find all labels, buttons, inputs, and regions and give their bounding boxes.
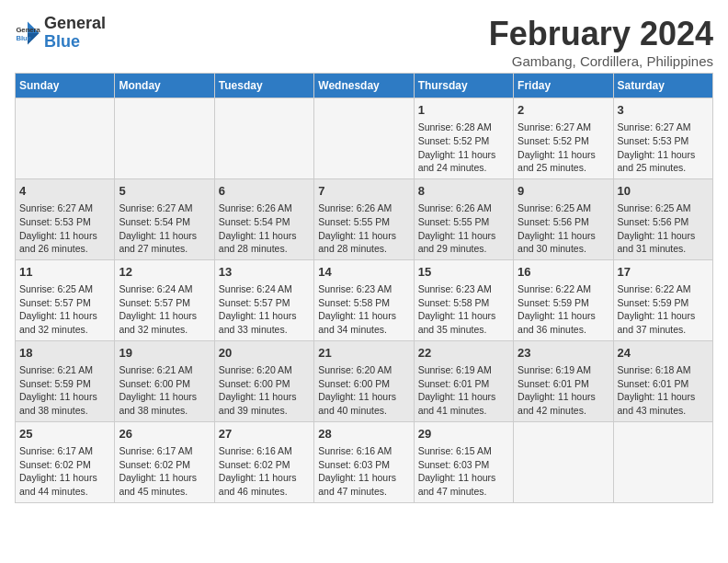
calendar-week-row: 25Sunrise: 6:17 AM Sunset: 6:02 PM Dayli… (16, 421, 713, 502)
day-info: Sunrise: 6:26 AM Sunset: 5:55 PM Dayligh… (318, 201, 409, 256)
subtitle: Gambang, Cordillera, Philippines (489, 53, 713, 69)
day-info: Sunrise: 6:15 AM Sunset: 6:03 PM Dayligh… (418, 444, 509, 499)
day-info: Sunrise: 6:23 AM Sunset: 5:58 PM Dayligh… (418, 282, 509, 337)
calendar-cell (16, 98, 115, 179)
calendar-cell: 1Sunrise: 6:28 AM Sunset: 5:52 PM Daylig… (414, 98, 513, 179)
calendar-cell: 8Sunrise: 6:26 AM Sunset: 5:55 PM Daylig… (414, 178, 513, 259)
day-number: 3 (618, 102, 709, 119)
day-number: 21 (318, 345, 409, 362)
calendar-table: SundayMondayTuesdayWednesdayThursdayFrid… (15, 73, 713, 503)
calendar-cell: 4Sunrise: 6:27 AM Sunset: 5:53 PM Daylig… (16, 178, 115, 259)
calendar-cell: 20Sunrise: 6:20 AM Sunset: 6:00 PM Dayli… (214, 340, 313, 421)
weekday-header: Monday (115, 74, 214, 98)
calendar-cell: 21Sunrise: 6:20 AM Sunset: 6:00 PM Dayli… (314, 340, 414, 421)
day-number: 20 (219, 345, 310, 362)
day-info: Sunrise: 6:24 AM Sunset: 5:57 PM Dayligh… (119, 282, 210, 337)
calendar-cell: 16Sunrise: 6:22 AM Sunset: 5:59 PM Dayli… (514, 259, 613, 340)
calendar-cell: 12Sunrise: 6:24 AM Sunset: 5:57 PM Dayli… (115, 259, 214, 340)
title-block: February 2024 Gambang, Cordillera, Phili… (489, 15, 713, 69)
day-number: 28 (318, 426, 409, 442)
calendar-cell: 19Sunrise: 6:21 AM Sunset: 6:00 PM Dayli… (115, 340, 214, 421)
logo-icon: General Blue (15, 20, 40, 46)
day-number: 15 (418, 264, 509, 281)
day-info: Sunrise: 6:23 AM Sunset: 5:58 PM Dayligh… (318, 282, 409, 337)
calendar-week-row: 4Sunrise: 6:27 AM Sunset: 5:53 PM Daylig… (16, 178, 713, 259)
weekday-header: Friday (514, 74, 613, 98)
main-title: February 2024 (489, 15, 713, 53)
day-info: Sunrise: 6:20 AM Sunset: 6:00 PM Dayligh… (318, 363, 409, 418)
day-info: Sunrise: 6:18 AM Sunset: 6:01 PM Dayligh… (618, 363, 709, 418)
calendar-cell: 5Sunrise: 6:27 AM Sunset: 5:54 PM Daylig… (115, 178, 214, 259)
calendar-week-row: 1Sunrise: 6:28 AM Sunset: 5:52 PM Daylig… (16, 98, 713, 179)
svg-text:Blue: Blue (16, 34, 31, 42)
calendar-cell: 2Sunrise: 6:27 AM Sunset: 5:52 PM Daylig… (514, 98, 613, 179)
weekday-header: Wednesday (314, 74, 414, 98)
day-info: Sunrise: 6:22 AM Sunset: 5:59 PM Dayligh… (518, 282, 609, 337)
day-number: 14 (318, 264, 409, 281)
day-number: 10 (618, 183, 709, 200)
weekday-header: Saturday (613, 74, 712, 98)
page-header: General Blue General Blue February 2024 … (15, 15, 713, 69)
calendar-cell: 27Sunrise: 6:16 AM Sunset: 6:02 PM Dayli… (214, 421, 313, 502)
day-info: Sunrise: 6:28 AM Sunset: 5:52 PM Dayligh… (418, 121, 509, 175)
day-info: Sunrise: 6:25 AM Sunset: 5:56 PM Dayligh… (518, 201, 609, 256)
calendar-cell (613, 421, 712, 502)
calendar-cell (115, 98, 214, 179)
calendar-week-row: 11Sunrise: 6:25 AM Sunset: 5:57 PM Dayli… (16, 259, 713, 340)
day-number: 27 (219, 426, 310, 442)
calendar-cell: 7Sunrise: 6:26 AM Sunset: 5:55 PM Daylig… (314, 178, 414, 259)
day-number: 12 (119, 264, 210, 281)
weekday-header: Thursday (414, 74, 513, 98)
weekday-header-row: SundayMondayTuesdayWednesdayThursdayFrid… (16, 74, 713, 98)
day-info: Sunrise: 6:26 AM Sunset: 5:55 PM Dayligh… (418, 201, 509, 256)
day-number: 2 (518, 102, 609, 119)
day-info: Sunrise: 6:25 AM Sunset: 5:57 PM Dayligh… (19, 282, 110, 337)
day-number: 13 (219, 264, 310, 281)
calendar-cell: 9Sunrise: 6:25 AM Sunset: 5:56 PM Daylig… (514, 178, 613, 259)
logo-text: General Blue (44, 15, 106, 52)
calendar-cell: 11Sunrise: 6:25 AM Sunset: 5:57 PM Dayli… (16, 259, 115, 340)
calendar-cell: 6Sunrise: 6:26 AM Sunset: 5:54 PM Daylig… (214, 178, 313, 259)
day-info: Sunrise: 6:19 AM Sunset: 6:01 PM Dayligh… (518, 363, 609, 418)
calendar-cell: 14Sunrise: 6:23 AM Sunset: 5:58 PM Dayli… (314, 259, 414, 340)
day-number: 4 (19, 183, 110, 200)
calendar-week-row: 18Sunrise: 6:21 AM Sunset: 5:59 PM Dayli… (16, 340, 713, 421)
day-number: 26 (119, 426, 210, 442)
day-number: 9 (518, 183, 609, 200)
day-number: 11 (19, 264, 110, 281)
day-number: 29 (418, 426, 509, 442)
logo: General Blue General Blue (15, 15, 106, 52)
day-info: Sunrise: 6:16 AM Sunset: 6:02 PM Dayligh… (219, 444, 310, 499)
day-info: Sunrise: 6:27 AM Sunset: 5:54 PM Dayligh… (119, 201, 210, 256)
day-info: Sunrise: 6:24 AM Sunset: 5:57 PM Dayligh… (219, 282, 310, 337)
day-number: 8 (418, 183, 509, 200)
weekday-header: Tuesday (214, 74, 313, 98)
weekday-header: Sunday (16, 74, 115, 98)
day-info: Sunrise: 6:27 AM Sunset: 5:52 PM Dayligh… (518, 121, 609, 175)
day-number: 19 (119, 345, 210, 362)
day-info: Sunrise: 6:20 AM Sunset: 6:00 PM Dayligh… (219, 363, 310, 418)
day-number: 25 (19, 426, 110, 442)
calendar-cell: 13Sunrise: 6:24 AM Sunset: 5:57 PM Dayli… (214, 259, 313, 340)
day-info: Sunrise: 6:17 AM Sunset: 6:02 PM Dayligh… (119, 444, 210, 499)
day-number: 16 (518, 264, 609, 281)
calendar-cell: 23Sunrise: 6:19 AM Sunset: 6:01 PM Dayli… (514, 340, 613, 421)
calendar-cell (314, 98, 414, 179)
day-number: 22 (418, 345, 509, 362)
calendar-cell (214, 98, 313, 179)
calendar-cell: 3Sunrise: 6:27 AM Sunset: 5:53 PM Daylig… (613, 98, 712, 179)
calendar-cell: 28Sunrise: 6:16 AM Sunset: 6:03 PM Dayli… (314, 421, 414, 502)
calendar-cell: 25Sunrise: 6:17 AM Sunset: 6:02 PM Dayli… (16, 421, 115, 502)
day-info: Sunrise: 6:22 AM Sunset: 5:59 PM Dayligh… (618, 282, 709, 337)
svg-text:General: General (16, 25, 40, 33)
day-info: Sunrise: 6:21 AM Sunset: 6:00 PM Dayligh… (119, 363, 210, 418)
calendar-cell: 17Sunrise: 6:22 AM Sunset: 5:59 PM Dayli… (613, 259, 712, 340)
calendar-cell (514, 421, 613, 502)
day-number: 24 (618, 345, 709, 362)
day-info: Sunrise: 6:26 AM Sunset: 5:54 PM Dayligh… (219, 201, 310, 256)
day-info: Sunrise: 6:21 AM Sunset: 5:59 PM Dayligh… (19, 363, 110, 418)
day-number: 6 (219, 183, 310, 200)
calendar-cell: 15Sunrise: 6:23 AM Sunset: 5:58 PM Dayli… (414, 259, 513, 340)
day-info: Sunrise: 6:16 AM Sunset: 6:03 PM Dayligh… (318, 444, 409, 499)
day-info: Sunrise: 6:17 AM Sunset: 6:02 PM Dayligh… (19, 444, 110, 499)
